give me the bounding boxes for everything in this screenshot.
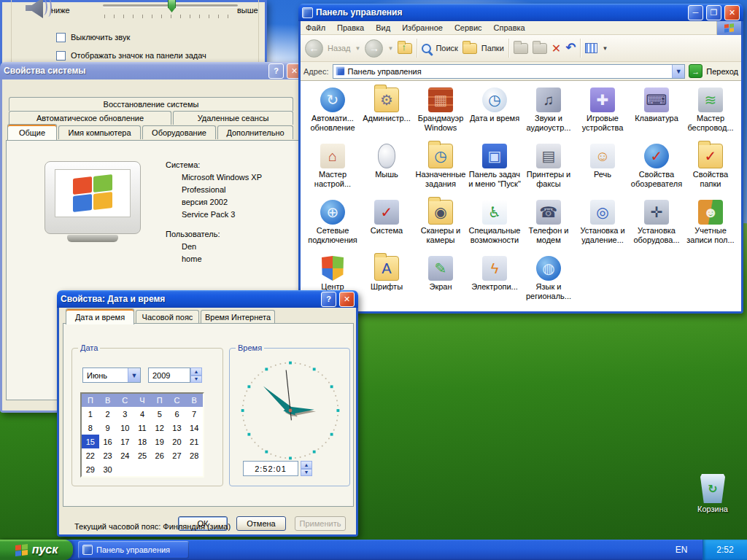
cp-item-game-controllers[interactable]: ✚Игровые устройства [576,88,630,144]
cp-item-printers-faxes[interactable]: ▤Принтеры и факсы [522,144,576,200]
up-folder-icon[interactable]: ↑ [398,43,412,54]
calendar-day[interactable]: 3 [116,407,133,421]
cp-item-add-remove-programs[interactable]: ◎Установка и удаление... [576,200,630,256]
tab-timezone[interactable]: Часовой пояс [136,310,199,324]
views-chevron-icon[interactable]: ▼ [602,45,608,52]
cp-item-scanners-cameras[interactable]: ◉Сканеры и камеры [414,200,468,256]
calendar-day[interactable]: 7 [185,407,203,421]
tab-advanced[interactable]: Дополнительно [217,125,293,139]
minimize-button[interactable]: ─ [688,5,703,20]
views-icon[interactable] [585,43,597,53]
menu-item[interactable]: Файл [306,23,325,32]
language-indicator[interactable]: EN [665,540,697,560]
calendar-day[interactable]: 12 [151,421,169,435]
cp-item-phone-modem[interactable]: ☎Телефон и модем [522,200,576,256]
calendar-day[interactable]: 30 [99,462,117,476]
tab-automatic-updates[interactable]: Автоматическое обновление [9,111,171,125]
calendar-day[interactable]: 17 [116,435,133,448]
calendar-day[interactable]: 23 [99,448,117,462]
control-panel-titlebar[interactable]: Панель управления ─ ❐ ✕ [298,4,743,21]
calendar-day[interactable]: 9 [99,421,117,435]
tab-date-time[interactable]: Дата и время [66,308,134,324]
cp-item-wireless-wizard[interactable]: ≋Мастер беспровод... [684,88,738,144]
go-icon[interactable]: → [689,64,703,78]
menu-item[interactable]: Избранное [402,23,443,32]
calendar-day[interactable]: 19 [151,435,169,448]
recycle-bin[interactable]: ↻ Корзина [689,474,736,513]
cp-item-accessibility[interactable]: ♿Специальные возможности [468,200,522,256]
close-button[interactable]: ✕ [339,292,355,307]
calendar[interactable]: ПВСЧПСВ 12345678910111213141516171819202… [80,392,204,478]
cp-item-add-hardware[interactable]: ✛Установка оборудова... [630,200,684,256]
year-spinner[interactable]: ▲▼ [190,368,202,383]
calendar-day[interactable]: 4 [133,407,151,421]
mute-checkbox[interactable] [56,33,66,42]
menu-item[interactable]: Правка [337,23,364,32]
cp-item-date-time[interactable]: ◷Дата и время [468,88,522,144]
forward-icon[interactable]: → [365,39,383,58]
calendar-day[interactable]: 29 [82,462,99,476]
calendar-day[interactable]: 11 [133,421,151,435]
taskbar-task-control-panel[interactable]: Панель управления [78,541,189,559]
calendar-day[interactable]: 27 [169,448,186,462]
cp-item-user-accounts[interactable]: ☻Учетные записи пол... [684,200,738,256]
address-input[interactable]: Панель управления ▼ [333,64,686,79]
menu-item[interactable]: Справка [494,23,525,32]
address-dropdown-icon[interactable]: ▼ [672,65,684,78]
cp-item-taskbar-startmenu[interactable]: ▣Панель задач и меню "Пуск" [468,144,522,200]
close-button[interactable]: ✕ [724,5,740,20]
calendar-day[interactable]: 28 [185,448,203,462]
cp-item-network-setup-wizard[interactable]: ⌂Мастер настрой... [306,144,360,200]
folders-icon[interactable] [462,43,477,54]
calendar-day[interactable]: 20 [169,435,186,448]
cp-item-speech[interactable]: ☺Речь [576,144,630,200]
cp-item-automatic-updates[interactable]: ↻Автомати... обновление [306,88,360,144]
calendar-day[interactable]: 22 [82,448,99,462]
system-properties-titlebar[interactable]: Свойства системы ? ✕ [0,62,306,79]
system-tray-clock[interactable]: 2:52 [703,540,747,560]
tab-general[interactable]: Общие [7,124,57,140]
tab-computer-name[interactable]: Имя компьютера [58,125,141,139]
cp-item-regional-language[interactable]: ◍Язык и региональ... [522,256,576,311]
maximize-button[interactable]: ❐ [706,5,721,20]
time-input[interactable]: 2:52:01 [243,461,298,476]
forward-chevron-icon[interactable]: ▼ [387,45,393,52]
calendar-day[interactable]: 6 [169,407,186,421]
month-select[interactable]: Июнь ▼ [82,368,141,383]
menu-item[interactable]: Сервис [454,23,482,32]
cp-item-scheduled-tasks[interactable]: ◷Назначенные задания [414,144,468,200]
tab-hardware[interactable]: Оборудование [142,125,216,139]
tab-internet-time[interactable]: Время Интернета [201,310,275,324]
cp-item-sounds-audio[interactable]: ♫Звуки и аудиоустр... [522,88,576,144]
back-icon[interactable]: ← [305,39,323,58]
calendar-day[interactable]: 15 [82,435,99,448]
calendar-day[interactable]: 5 [151,407,169,421]
datetime-cancel-button[interactable]: Отмена [236,516,286,531]
calendar-day[interactable]: 18 [133,435,151,448]
year-input[interactable]: 2009 [148,368,190,383]
cp-item-display[interactable]: ✎Экран [414,256,468,311]
calendar-day[interactable]: 13 [169,421,186,435]
cp-item-power-options[interactable]: ϟЭлектропи... [468,256,522,311]
cp-item-network-connections[interactable]: ⊕Сетевые подключения [306,200,360,256]
delete-icon[interactable]: ✕ [551,42,561,55]
cp-item-system[interactable]: ✓Система [360,200,414,256]
calendar-day[interactable]: 14 [185,421,203,435]
search-icon[interactable] [422,44,431,53]
calendar-day[interactable]: 16 [99,435,117,448]
back-chevron-icon[interactable]: ▼ [355,45,361,52]
cp-item-administrative-tools[interactable]: ⚙Администр... [360,88,414,144]
start-button[interactable]: пуск [0,540,73,560]
tab-system-restore[interactable]: Восстановление системы [9,97,293,111]
cp-item-keyboard[interactable]: ⌨Клавиатура [630,88,684,144]
help-button[interactable]: ? [321,292,336,307]
tray-icon-checkbox[interactable] [56,51,66,61]
datetime-titlebar[interactable]: Свойства: Дата и время ? ✕ [57,290,358,308]
cp-item-folder-options[interactable]: ✓Свойства папки [684,144,738,200]
calendar-day[interactable]: 21 [185,435,203,448]
calendar-day[interactable]: 25 [133,448,151,462]
undo-icon[interactable]: ↶ [565,44,576,52]
calendar-day[interactable]: 1 [82,407,99,421]
cp-item-windows-firewall[interactable]: ▦Брандмауэр Windows [414,88,468,144]
cp-item-internet-options[interactable]: ✓Свойства обозревателя [630,144,684,200]
